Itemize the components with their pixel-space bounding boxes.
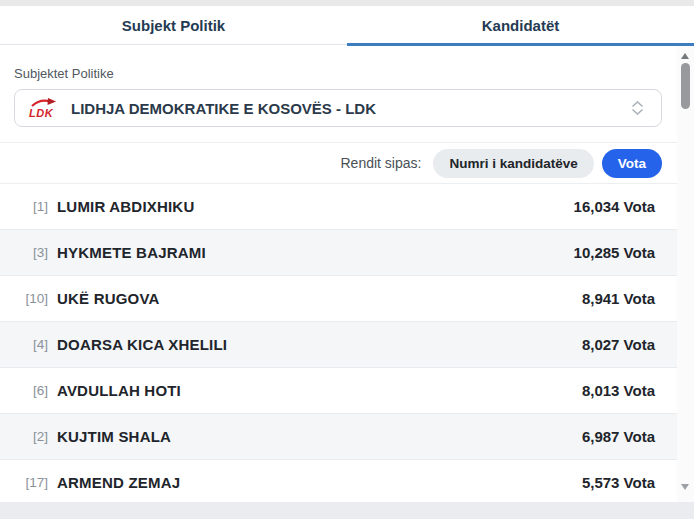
selected-party-name: LIDHJA DEMOKRATIKE E KOSOVËS - LDK — [71, 100, 376, 117]
candidate-votes: 8,941 Vota — [582, 290, 655, 307]
candidate-votes: 8,013 Vota — [582, 382, 655, 399]
candidate-row[interactable]: [1] LUMIR ABDIXHIKU 16,034 Vota — [0, 184, 677, 230]
candidate-row[interactable]: [10] UKË RUGOVA 8,941 Vota — [0, 276, 677, 322]
tab-subjekt-politik[interactable]: Subjekt Politik — [0, 6, 347, 44]
candidate-number: [3] — [14, 245, 48, 260]
candidate-number: [17] — [14, 475, 48, 490]
candidate-name: DOARSA KICA XHELILI — [57, 336, 227, 353]
tab-bar: Subjekt Politik Kandidatët — [0, 6, 694, 45]
party-select-label: Subjektet Politike — [14, 66, 114, 81]
candidate-number: [1] — [14, 199, 48, 214]
candidate-name: AVDULLAH HOTI — [57, 382, 181, 399]
bottom-scrollbar-track[interactable] — [0, 502, 694, 519]
candidate-name: UKË RUGOVA — [57, 290, 160, 307]
candidate-number: [4] — [14, 337, 48, 352]
candidate-votes: 8,027 Vota — [582, 336, 655, 353]
vertical-scrollbar[interactable] — [677, 46, 694, 502]
sort-bar: Rendit sipas: Numri i kandidatëve Vota — [0, 143, 677, 183]
candidate-name: LUMIR ABDIXHIKU — [57, 198, 194, 215]
candidate-votes: 6,987 Vota — [582, 428, 655, 445]
sort-by-candidate-number-button[interactable]: Numri i kandidatëve — [433, 149, 593, 178]
candidate-list: [1] LUMIR ABDIXHIKU 16,034 Vota [3] HYKM… — [0, 184, 677, 506]
candidate-row[interactable]: [3] HYKMETE BAJRAMI 10,285 Vota — [0, 230, 677, 276]
select-updown-icon — [632, 101, 647, 115]
tab-label: Subjekt Politik — [122, 17, 225, 34]
scrollbar-thumb[interactable] — [681, 63, 690, 109]
sort-by-votes-button[interactable]: Vota — [602, 149, 662, 178]
tab-label: Kandidatët — [482, 17, 560, 34]
candidates-panel: Subjekt Politik Kandidatët Subjektet Pol… — [0, 0, 694, 519]
candidate-name: KUJTIM SHALA — [57, 428, 171, 445]
candidate-number: [6] — [14, 383, 48, 398]
scrollbar-up-arrow-icon[interactable] — [681, 53, 689, 59]
candidate-number: [2] — [14, 429, 48, 444]
ldk-party-logo: LDK — [29, 97, 61, 119]
candidate-row[interactable]: [17] ARMEND ZEMAJ 5,573 Vota — [0, 460, 677, 506]
sort-label: Rendit sipas: — [341, 155, 422, 171]
candidate-votes: 10,285 Vota — [574, 244, 655, 261]
candidate-row[interactable]: [4] DOARSA KICA XHELILI 8,027 Vota — [0, 322, 677, 368]
tab-kandidatet[interactable]: Kandidatët — [347, 6, 694, 44]
candidate-row[interactable]: [2] KUJTIM SHALA 6,987 Vota — [0, 414, 677, 460]
party-select[interactable]: LDK LIDHJA DEMOKRATIKE E KOSOVËS - LDK — [14, 89, 662, 127]
candidate-row[interactable]: [6] AVDULLAH HOTI 8,013 Vota — [0, 368, 677, 414]
candidate-number: [10] — [14, 291, 48, 306]
ldk-logo-text: LDK — [29, 107, 53, 119]
candidate-name: ARMEND ZEMAJ — [57, 474, 180, 491]
candidate-votes: 16,034 Vota — [574, 198, 655, 215]
candidate-name: HYKMETE BAJRAMI — [57, 244, 206, 261]
scrollbar-down-arrow-icon[interactable] — [681, 484, 689, 490]
candidate-votes: 5,573 Vota — [582, 474, 655, 491]
